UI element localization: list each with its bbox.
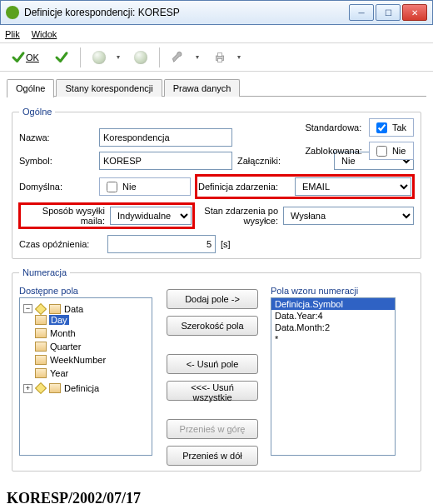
apply-button[interactable] — [48, 47, 75, 67]
label-pattern: Pola wzoru numeracji — [271, 286, 414, 296]
checkbox-locked[interactable]: Nie — [369, 142, 414, 160]
print-dropdown[interactable]: ▾ — [233, 51, 245, 63]
title-bar: Definicje korespondencji: KORESP ─ ☐ ✕ — [0, 0, 433, 25]
collapse-icon[interactable]: − — [23, 304, 32, 313]
tree-available[interactable]: −Data Day Month Quarter WeekNumber Year … — [19, 297, 152, 456]
checkbox-default-text: Nie — [122, 182, 137, 192]
add-dropdown[interactable]: ▾ — [112, 51, 124, 63]
button-field-width[interactable]: Szerokość pola — [167, 316, 258, 336]
tools-dropdown[interactable]: ▾ — [192, 51, 203, 63]
field-icon — [35, 328, 47, 338]
print-button[interactable] — [207, 47, 233, 67]
group-general: Ogólne Standardowa: Tak Zablokowana: Nie… — [12, 107, 421, 259]
button-remove-all[interactable]: <<<- Usuń wszystkie — [167, 381, 258, 401]
input-symbol[interactable] — [99, 152, 232, 170]
folder-icon — [49, 304, 61, 314]
checkbox-locked-text: Nie — [392, 146, 406, 156]
menu-bar: Plik Widok — [0, 25, 433, 43]
separator — [159, 47, 160, 67]
field-icon — [35, 315, 47, 325]
separator — [80, 47, 81, 67]
label-available: Dostępne pola — [19, 286, 154, 296]
label-locked: Zablokowana: — [305, 146, 362, 156]
maximize-button[interactable]: ☐ — [376, 4, 401, 21]
expand-icon[interactable]: + — [23, 384, 32, 393]
tools-button[interactable] — [165, 47, 192, 67]
label-afterstate: Stan zdarzenia po wysyłce: — [199, 206, 278, 226]
tree-node-data[interactable]: Data — [63, 304, 84, 314]
label-symbol: Symbol: — [19, 156, 94, 166]
label-eventdef: Definicja zdarzenia: — [198, 182, 290, 192]
list-item[interactable]: Data.Month:2 — [271, 322, 395, 333]
svg-rect-2 — [217, 58, 221, 62]
group-numbering: Numeracja Dostępne pola −Data Day Month … — [12, 267, 421, 472]
list-item[interactable]: Definicja.Symbol — [271, 298, 395, 310]
ok-button[interactable]: OK — [5, 47, 45, 67]
button-remove-field[interactable]: <- Usuń pole — [167, 354, 258, 374]
app-icon — [6, 6, 19, 19]
diamond-icon — [35, 302, 47, 314]
preview-text: KORESP/2002/07/17 — [7, 490, 426, 504]
tree-item[interactable]: Day — [49, 315, 69, 325]
field-icon — [35, 342, 47, 352]
field-icon — [35, 368, 47, 378]
checkbox-default-input[interactable] — [107, 182, 117, 192]
checkbox-standard[interactable]: Tak — [369, 118, 414, 137]
diamond-icon — [35, 382, 47, 394]
folder-icon — [49, 383, 61, 393]
input-delay[interactable] — [107, 235, 216, 253]
check-icon — [11, 50, 26, 65]
plus-orb-icon — [92, 51, 106, 64]
button-move-down[interactable]: Przenieś w dół — [167, 446, 258, 466]
select-eventdef[interactable]: EMAIL — [295, 177, 411, 196]
select-afterstate[interactable]: Wysłana — [283, 207, 414, 225]
group-general-legend: Ogólne — [19, 107, 55, 117]
checkbox-locked-input[interactable] — [376, 146, 387, 157]
add-button[interactable] — [86, 47, 112, 67]
tree-item[interactable]: Quarter — [49, 342, 82, 352]
tree-item[interactable]: WeekNumber — [49, 355, 107, 365]
minus-orb-icon — [134, 51, 147, 64]
label-name: Nazwa: — [19, 132, 94, 142]
tab-general[interactable]: Ogólne — [7, 79, 54, 97]
list-item[interactable]: Data.Year:4 — [271, 310, 395, 322]
label-sendmode: Sposób wysyłki maila: — [22, 206, 105, 226]
tab-states[interactable]: Stany korespondencji — [56, 79, 162, 97]
list-item[interactable]: * — [271, 333, 395, 345]
tab-strip: Ogólne Stany korespondencji Prawa danych — [7, 77, 426, 97]
label-delay: Czas opóźnienia: — [19, 239, 102, 249]
wrench-icon — [171, 50, 186, 65]
input-name[interactable] — [99, 128, 232, 147]
field-icon — [35, 355, 47, 365]
tree-node-definicja[interactable]: Definicja — [63, 383, 100, 393]
group-numbering-legend: Numeracja — [19, 267, 70, 277]
tree-item[interactable]: Month — [49, 328, 77, 338]
checkbox-standard-text: Tak — [392, 122, 406, 132]
menu-file[interactable]: Plik — [5, 29, 20, 39]
tab-panel-general: Ogólne Standardowa: Tak Zablokowana: Nie… — [7, 97, 426, 485]
ok-label: OK — [26, 52, 39, 62]
tree-item[interactable]: Year — [49, 368, 69, 378]
list-pattern[interactable]: Definicja.Symbol Data.Year:4 Data.Month:… — [271, 297, 396, 456]
close-button[interactable]: ✕ — [402, 4, 427, 21]
label-delay-unit: [s] — [221, 239, 246, 249]
remove-button[interactable] — [127, 47, 154, 67]
button-move-up[interactable]: Przenieś w górę — [167, 419, 258, 439]
select-sendmode[interactable]: Indywidualne — [110, 207, 192, 225]
window-title: Definicje korespondencji: KORESP — [24, 7, 349, 18]
svg-rect-1 — [217, 52, 221, 56]
menu-view[interactable]: Widok — [32, 29, 57, 39]
printer-icon — [212, 50, 227, 65]
check-icon — [54, 50, 69, 65]
tab-rights[interactable]: Prawa danych — [164, 79, 241, 97]
minimize-button[interactable]: ─ — [349, 4, 374, 21]
label-standard: Standardowa: — [305, 122, 362, 132]
button-add-field[interactable]: Dodaj pole -> — [167, 289, 258, 309]
checkbox-standard-input[interactable] — [376, 122, 387, 133]
toolbar: OK ▾ ▾ ▾ — [0, 43, 433, 72]
label-default: Domyślna: — [19, 182, 94, 192]
checkbox-default[interactable]: Nie — [99, 177, 191, 196]
